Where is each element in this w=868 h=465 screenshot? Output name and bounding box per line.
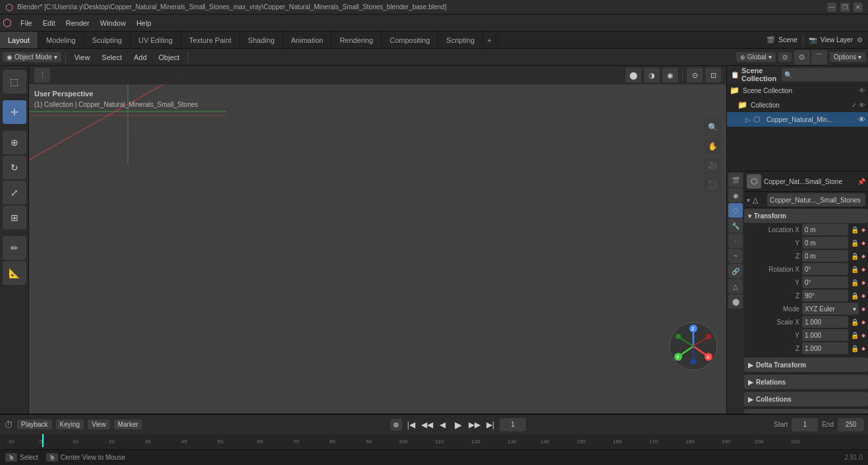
delta-transform-header[interactable]: ▶ Delta Transform — [744, 357, 868, 372]
prop-tab-scene[interactable]: 🎬 — [728, 173, 743, 187]
viewport-overlay-btn[interactable]: ⊙ — [687, 68, 703, 82]
jump-start-btn[interactable]: |◀ — [405, 418, 418, 431]
collection-hide-btn[interactable]: ✓ — [852, 102, 857, 109]
instancing-header[interactable]: ▶ Instancing — [744, 409, 868, 414]
tab-modeling[interactable]: Modeling — [38, 32, 84, 48]
viewport-xray-btn[interactable]: ⊡ — [705, 68, 721, 82]
tab-uv-editing[interactable]: UV Editing — [130, 32, 181, 48]
mode-selector[interactable]: ◉ Object Mode ▾ — [3, 52, 61, 62]
object-name-field[interactable]: Copper_Nat...Small_Stone — [764, 178, 855, 185]
prop-tab-modifier[interactable]: 🔧 — [728, 218, 743, 233]
scale-y-lock[interactable]: 🔒 — [851, 332, 859, 339]
cursor-tool[interactable]: ✛ — [3, 100, 26, 124]
transform-selector[interactable]: ⊕ Global ▾ — [736, 52, 776, 62]
minimize-button[interactable]: — — [827, 3, 836, 12]
record-btn[interactable]: ⏺ — [390, 419, 402, 431]
prop-tab-particles[interactable]: · — [728, 233, 743, 248]
location-y-lock[interactable]: 🔒 — [851, 239, 859, 247]
falloff-btn[interactable]: ⌒ — [811, 50, 827, 65]
rotation-y-field[interactable]: 0° — [802, 276, 848, 288]
tab-add-button[interactable]: + — [483, 32, 496, 48]
camera-btn[interactable]: 🎥 — [704, 157, 721, 174]
viewport-main[interactable]: User Perspective (1) Collection | Copper… — [29, 66, 726, 414]
scale-z-field[interactable]: 1.000 — [802, 342, 848, 354]
zoom-in-btn[interactable]: 🔍 — [704, 119, 721, 136]
select-box-tool[interactable]: ⬚ — [3, 70, 26, 94]
menu-help[interactable]: Help — [132, 18, 156, 28]
scene-name[interactable]: Scene — [778, 36, 797, 44]
move-tool[interactable]: ⊕ — [3, 131, 26, 154]
current-frame-input[interactable] — [500, 418, 526, 431]
measure-tool[interactable]: 📐 — [3, 261, 26, 285]
copper-eye-btn[interactable]: 👁 — [858, 115, 865, 123]
rotation-x-field[interactable]: 0° — [802, 263, 848, 275]
tab-texture-paint[interactable]: Texture Paint — [181, 32, 240, 48]
prev-keyframe-btn[interactable]: ◀◀ — [420, 418, 434, 431]
prop-tab-constraints[interactable]: 🔗 — [728, 264, 743, 278]
marker-menu[interactable]: Marker — [114, 419, 142, 429]
prop-tab-data[interactable]: △ — [728, 279, 743, 294]
outliner-item-copper[interactable]: ▷ ⬡ Copper_Natural_Min... 👁 — [727, 112, 868, 127]
view-layer-label[interactable]: View Layer — [821, 36, 853, 44]
pin-button[interactable]: 📌 — [857, 178, 865, 185]
location-y-field[interactable]: 0 m — [802, 237, 848, 249]
transform-header[interactable]: ▾ Transform — [744, 208, 868, 223]
options-button[interactable]: Options ▾ — [830, 52, 865, 62]
rotation-x-lock[interactable]: 🔒 — [851, 266, 859, 273]
rotation-y-lock[interactable]: 🔒 — [851, 279, 859, 286]
keying-menu[interactable]: Keying — [56, 419, 84, 429]
rotation-z-field[interactable]: 90° — [802, 290, 848, 301]
scale-tool[interactable]: ⤢ — [3, 181, 26, 204]
rotation-mode-dropdown[interactable]: XYZ Euler ▾ — [802, 303, 859, 315]
viewport-shading-solid[interactable]: ⬤ — [625, 68, 641, 82]
timeline-scrubber[interactable]: -10 0 10 20 30 40 50 60 70 80 90 100 110… — [0, 434, 868, 447]
object-menu[interactable]: Object — [154, 52, 185, 63]
view-menu[interactable]: View — [70, 52, 95, 63]
tab-shading[interactable]: Shading — [240, 32, 283, 48]
relations-header[interactable]: ▶ Relations — [744, 375, 868, 389]
jump-end-btn[interactable]: ▶| — [484, 418, 497, 431]
viewport-shading-material[interactable]: ◑ — [644, 68, 660, 82]
prop-tab-object[interactable]: ◉ — [728, 188, 743, 202]
transform-tool[interactable]: ⊞ — [3, 206, 26, 230]
scale-z-lock[interactable]: 🔒 — [851, 345, 859, 352]
prop-tab-material[interactable]: ⬤ — [728, 294, 743, 309]
viewport-shading-rendered[interactable]: ◉ — [662, 68, 678, 82]
next-frame-btn[interactable]: ▶▶ — [468, 418, 481, 431]
location-x-lock[interactable]: 🔒 — [851, 226, 859, 233]
menu-edit[interactable]: Edit — [38, 18, 60, 28]
menu-render[interactable]: Render — [61, 18, 94, 28]
outliner-search[interactable] — [782, 68, 868, 81]
navigation-gizmo[interactable]: Z X Y — [667, 320, 720, 374]
filter-icon[interactable]: ⚙ — [857, 36, 863, 44]
add-menu[interactable]: Add — [129, 52, 152, 63]
maximize-button[interactable]: ❐ — [840, 3, 850, 12]
tab-scripting[interactable]: Scripting — [438, 32, 483, 48]
viewport-menu-btn[interactable]: ⋮ — [34, 68, 50, 82]
pan-btn[interactable]: ✋ — [704, 138, 721, 155]
menu-window[interactable]: Window — [96, 18, 130, 28]
collections-header[interactable]: ▶ Collections — [744, 392, 868, 406]
play-btn[interactable]: ▶ — [452, 418, 465, 431]
menu-file[interactable]: File — [16, 18, 37, 28]
rotate-tool[interactable]: ↻ — [3, 156, 26, 179]
outliner-item-collection[interactable]: 📁 Collection ✓ 👁 — [727, 98, 868, 112]
playback-menu[interactable]: Playback — [17, 419, 52, 429]
rotation-z-lock[interactable]: 🔒 — [851, 292, 859, 299]
select-menu[interactable]: Select — [97, 52, 127, 63]
proportional-edit-btn[interactable]: ⊙ — [794, 50, 810, 65]
collection-eye-btn[interactable]: 👁 — [859, 102, 865, 109]
prev-frame-btn[interactable]: ◀ — [436, 418, 449, 431]
close-button[interactable]: ✕ — [854, 3, 863, 12]
mesh-name-dropdown[interactable]: Copper_Natur..._Small_Stones — [767, 193, 865, 206]
end-frame-input[interactable] — [838, 418, 864, 431]
scene-collection-visibility[interactable]: 👁 — [859, 87, 865, 94]
tab-animation[interactable]: Animation — [283, 32, 332, 48]
annotate-tool[interactable]: ✏ — [3, 236, 26, 260]
start-frame-input[interactable] — [792, 418, 818, 431]
snap-button[interactable]: ⊙ — [778, 52, 792, 62]
prop-tab-physics[interactable]: ~ — [728, 249, 743, 263]
location-z-lock[interactable]: 🔒 — [851, 253, 859, 260]
tab-rendering[interactable]: Rendering — [332, 32, 382, 48]
outliner-item-scene-collection[interactable]: 📁 Scene Collection 👁 — [727, 83, 868, 98]
